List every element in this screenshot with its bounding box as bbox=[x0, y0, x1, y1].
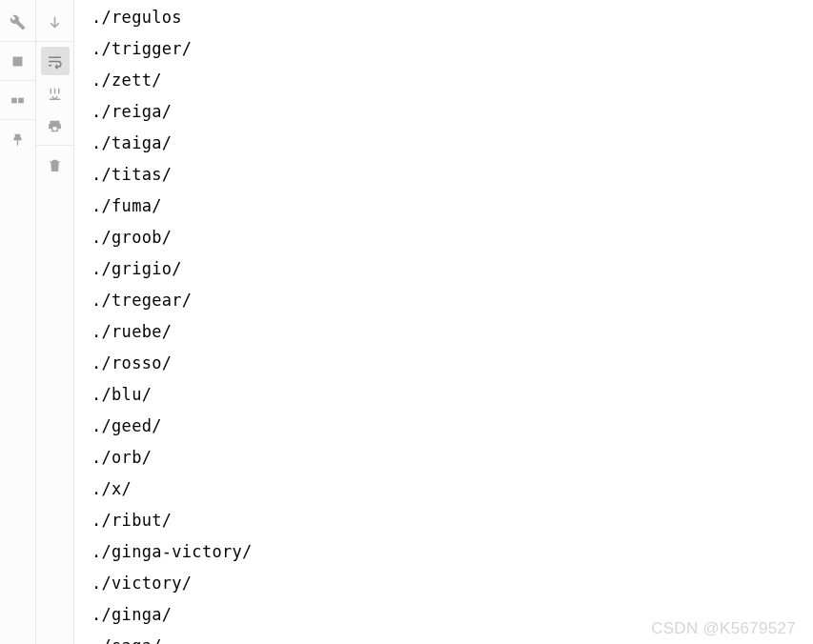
output-line: ./titas/ bbox=[91, 159, 813, 191]
output-line: ./rosso/ bbox=[91, 348, 813, 379]
wrench-icon bbox=[10, 14, 26, 30]
stop-button[interactable] bbox=[4, 47, 32, 75]
print-icon bbox=[47, 118, 63, 134]
output-line: ./reiga/ bbox=[91, 96, 813, 128]
output-line: ./geed/ bbox=[91, 411, 813, 442]
arrow-down-button[interactable] bbox=[41, 8, 70, 36]
console-output[interactable]: ./regulos./trigger/./zett/./reiga/./taig… bbox=[74, 0, 813, 644]
output-line: ./groob/ bbox=[91, 222, 813, 253]
output-line: ./x/ bbox=[91, 473, 813, 505]
divider bbox=[36, 145, 73, 146]
output-line: ./ginga/ bbox=[91, 599, 813, 631]
secondary-sidebar bbox=[36, 0, 74, 644]
output-line: ./taiga/ bbox=[91, 128, 813, 159]
settings-button[interactable] bbox=[4, 8, 32, 36]
trash-icon bbox=[47, 157, 63, 173]
output-line: ./ginga-victory/ bbox=[91, 536, 813, 568]
trash-button[interactable] bbox=[41, 151, 70, 179]
svg-rect-1 bbox=[11, 97, 17, 103]
svg-rect-0 bbox=[13, 56, 23, 66]
softwrap-button[interactable] bbox=[41, 47, 70, 75]
output-line: ./blu/ bbox=[91, 379, 813, 411]
scroll-to-end-button[interactable] bbox=[41, 79, 70, 108]
divider bbox=[0, 41, 35, 42]
output-line: ./fuma/ bbox=[91, 191, 813, 222]
pin-icon bbox=[10, 131, 26, 148]
output-line: ./saga/ bbox=[91, 631, 813, 644]
primary-sidebar bbox=[0, 0, 36, 644]
svg-rect-2 bbox=[18, 97, 24, 103]
output-line: ./regulos bbox=[91, 2, 813, 33]
output-line: ./tregear/ bbox=[91, 285, 813, 316]
output-line: ./trigger/ bbox=[91, 33, 813, 65]
output-line: ./ribut/ bbox=[91, 505, 813, 536]
output-line: ./grigio/ bbox=[91, 253, 813, 285]
wrap-icon bbox=[47, 53, 63, 70]
divider bbox=[0, 119, 35, 120]
arrow-down-icon bbox=[47, 14, 63, 30]
output-line: ./orb/ bbox=[91, 442, 813, 473]
output-line: ./zett/ bbox=[91, 65, 813, 96]
layout-icon bbox=[10, 92, 26, 109]
divider bbox=[36, 41, 73, 42]
pin-button[interactable] bbox=[4, 125, 32, 153]
stop-icon bbox=[10, 53, 26, 70]
divider bbox=[0, 80, 35, 81]
layout-button[interactable] bbox=[4, 86, 32, 114]
scroll-to-end-icon bbox=[47, 86, 63, 102]
print-button[interactable] bbox=[41, 111, 70, 140]
output-line: ./victory/ bbox=[91, 568, 813, 599]
output-line: ./ruebe/ bbox=[91, 316, 813, 348]
